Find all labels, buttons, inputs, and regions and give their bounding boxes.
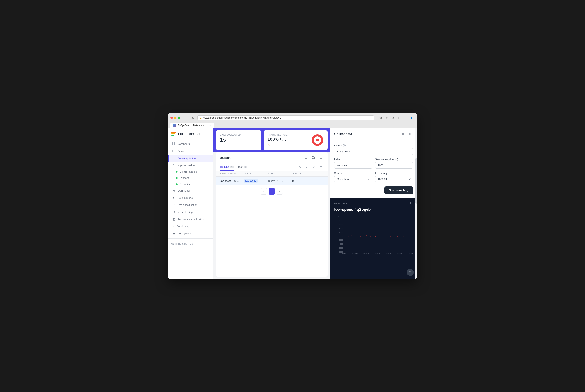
syntiant-label: Syntiant [179,176,189,180]
sensor-select[interactable]: Microphone [334,176,372,182]
classifier-label: Classifier [179,182,190,186]
sidebar-toggle-button[interactable]: ⊞ [396,115,402,120]
start-sampling-button[interactable]: Start sampling [384,186,413,194]
test-tab[interactable]: Test 0 [238,164,247,171]
impulse-design-label: Impulse design [177,164,194,167]
label-input[interactable] [334,162,372,168]
sidebar-item-devices[interactable]: Devices [168,148,213,154]
svg-text:640ms: 640ms [386,252,391,254]
sensor-group: Sensor Microphone [334,172,372,182]
sidebar-item-dashboard[interactable]: Dashboard [168,140,213,148]
maximize-window-button[interactable] [178,116,180,119]
svg-text:2000: 2000 [339,231,343,233]
tab-favicon [173,124,176,127]
close-window-button[interactable] [170,116,173,119]
train-test-info: TRAIN / TEST SP... 100% / ... ⚠ [268,134,288,146]
training-tab[interactable]: Training 1 [220,164,234,171]
address-bar[interactable]: 🔒 https://studio.edgeimpulse.com/studio/… [197,116,374,120]
expand-button[interactable]: ⊡ [318,164,324,170]
tab-bar: RaSynBoard - Data acquisition ✕ + [170,122,415,128]
svg-text:6000: 6000 [339,223,343,225]
svg-rect-4 [172,150,175,152]
svg-text:10000: 10000 [338,215,343,217]
collect-actions [400,131,413,137]
svg-text:160ms: 160ms [352,252,358,254]
svg-point-14 [316,139,319,142]
page-1-button[interactable]: 1 [269,188,275,194]
svg-point-17 [411,134,411,135]
svg-text:960ms: 960ms [408,252,413,254]
sidebar-sub-syntiant[interactable]: Syntiant [168,175,213,181]
share-button[interactable] [407,131,413,137]
extensions-button[interactable]: ⊕ [390,115,396,120]
dataset-tabs: Training 1 Test 0 ⚙ ⊼ ☑ ⊡ [216,164,328,171]
frequency-select[interactable]: 16000Hz [375,176,413,182]
help-button[interactable]: ? [407,269,414,276]
col-sample-name: SAMPLE NAME [220,172,244,175]
getting-started-section: GETTING STARTED [168,240,213,246]
sidebar-sub-create-impulse[interactable]: Create impulse [168,169,213,175]
device-select[interactable]: RaSynBoard [334,148,413,155]
svg-text:0: 0 [342,235,343,237]
bookmark-button[interactable]: ☆ [384,115,389,120]
svg-point-15 [411,132,411,133]
download-button[interactable] [318,155,324,160]
device-help-icon[interactable]: ? [343,144,346,147]
settings-action-button[interactable]: ⚙ [297,164,302,170]
sidebar-logo: EDGE IMPULSE [168,128,213,139]
retrain-model-icon: ✦ [172,196,175,200]
logo-bar-yellow [171,133,175,134]
active-tab[interactable]: RaSynBoard - Data acquisition ✕ [170,123,214,128]
sidebar-item-retrain-model[interactable]: ✦ Retrain model [168,194,213,201]
sample-length-group: Sample length (ms.) [375,158,413,168]
dataset-title: Dataset [220,156,230,160]
sidebar-item-performance-calibration[interactable]: ▦ Performance calibration [168,216,213,223]
logo-text: EDGE IMPULSE [178,132,201,136]
svg-text:320ms: 320ms [363,252,369,254]
sidebar-item-live-classification[interactable]: ⊙ Live classification [168,201,213,208]
donut-chart [311,134,324,146]
sidebar-item-eon-tuner[interactable]: ◎ EON Tuner [168,187,213,194]
right-panel: Collect data Device ? [330,128,417,279]
minimize-window-button[interactable] [174,116,176,119]
raw-data-title: low-speed.4q2bjjvb [330,207,417,214]
dataset-header: Dataset [216,152,328,164]
svg-point-10 [173,165,174,166]
sidebar-sub-classifier[interactable]: Classifier [168,181,213,187]
sidebar-item-impulse-design[interactable]: Impulse design [168,162,213,169]
deployment-icon: ⬒ [172,232,175,235]
table-row[interactable]: low-speed.4q2... low-speed Today, 11:1..… [216,177,328,185]
translate-button[interactable]: Aa [377,115,383,120]
browser-actions: Aa ☆ ⊕ ⊞ ⋯ e [377,115,415,120]
more-button[interactable]: ⋯ [403,115,408,120]
select-all-button[interactable]: ☑ [311,164,317,170]
row-sample-name: low-speed.4q2... [220,180,244,182]
next-page-button[interactable]: › [276,188,283,194]
delete-button[interactable] [400,131,406,137]
edge-icon[interactable]: e [409,115,415,120]
svg-text:0ms: 0ms [342,252,346,254]
sidebar-item-model-testing[interactable]: ⬡ Model testing [168,208,213,216]
svg-rect-3 [174,144,175,145]
cloud-button[interactable] [311,155,316,160]
row-more-button[interactable]: ⋮ [316,180,324,182]
new-tab-button[interactable]: + [214,122,220,128]
sample-length-input[interactable] [375,162,413,168]
raw-data-more-button[interactable]: ⋮ [408,201,413,206]
train-test-label: TRAIN / TEST SP... [268,134,288,136]
sidebar-item-versioning[interactable]: ⑂ Versioning [168,223,213,230]
scrollbar-thumb[interactable] [415,158,417,204]
train-test-warning: ⚠ [268,144,288,146]
chart-area: 10000 8000 6000 4000 2000 0 -2000 -4000 … [330,214,417,279]
sidebar-nav: Dashboard Devices Data acquisition [168,139,213,279]
upload-button[interactable] [303,155,309,160]
prev-page-button[interactable]: ‹ [261,188,267,194]
data-collected-value: 1s [220,137,257,143]
training-count-badge: 1 [230,166,234,168]
filter-action-button[interactable]: ⊼ [304,164,309,170]
back-button[interactable]: ← [183,115,189,120]
forward-button[interactable]: ↻ [190,115,196,120]
sidebar-item-deployment[interactable]: ⬒ Deployment [168,230,213,237]
tab-close-button[interactable]: ✕ [209,124,211,127]
sidebar-item-data-acquisition[interactable]: Data acquisition [168,154,213,162]
